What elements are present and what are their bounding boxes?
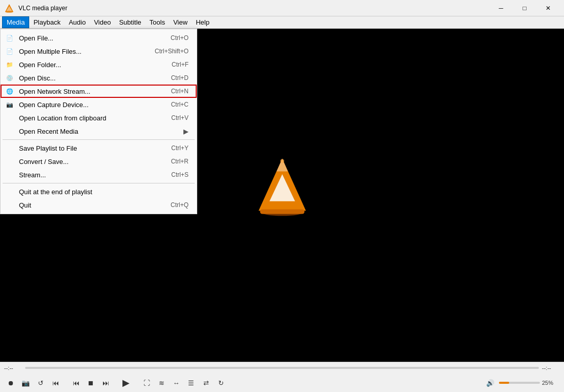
stream-label: Stream... (19, 171, 46, 179)
save-playlist-shortcut: Ctrl+Y (171, 145, 189, 152)
open-multiple-label: Open Multiple Files... (19, 48, 81, 55)
menu-item-open-multiple[interactable]: 📄Open Multiple Files...Ctrl+Shift+O (1, 45, 197, 58)
menubar-item-help[interactable]: Help (192, 16, 214, 28)
fullscreen-button[interactable]: ⛶ (140, 376, 153, 389)
open-folder-shortcut: Ctrl+F (172, 61, 189, 68)
random-button[interactable]: ⇄ (199, 376, 213, 389)
open-disc-label: Open Disc... (19, 74, 56, 82)
seekbar[interactable] (25, 367, 539, 369)
svg-point-7 (280, 159, 284, 162)
open-network-icon: 🌐 (6, 87, 14, 95)
open-file-icon: 📄 (6, 34, 14, 42)
open-file-shortcut: Ctrl+O (171, 34, 189, 42)
stop-button[interactable]: ⏹ (84, 376, 97, 389)
open-folder-label: Open Folder... (19, 61, 61, 69)
quit-playlist-label: Quit at the end of playlist (19, 188, 92, 196)
loop2-button[interactable]: ↻ (214, 376, 227, 389)
open-location-shortcut: Ctrl+V (171, 114, 189, 121)
play-button[interactable]: ▶ (119, 376, 133, 389)
menu-item-open-location[interactable]: Open Location from clipboardCtrl+V (1, 111, 197, 125)
window-controls: ─ □ ✕ (489, 0, 560, 16)
controls-row: ⏺ 📷 ↺ ⏮ ⏮ ⏹ ⏭ ▶ ⛶ ≋ ↔ ☰ ⇄ ↻ 🔊 25% (0, 374, 564, 392)
menubar-item-video[interactable]: Video (90, 16, 115, 28)
next-button[interactable]: ⏭ (99, 376, 112, 389)
record-button[interactable]: ⏺ (4, 376, 17, 389)
open-network-label: Open Network Stream... (19, 88, 90, 95)
menu-item-open-capture[interactable]: 📷Open Capture Device...Ctrl+C (1, 98, 197, 111)
menu-separator (3, 183, 195, 183)
open-capture-shortcut: Ctrl+C (171, 101, 189, 108)
menu-separator (3, 139, 195, 140)
playlist-button[interactable]: ☰ (184, 376, 198, 389)
mute-button[interactable]: 🔊 (484, 376, 497, 389)
quit-label: Quit (19, 201, 31, 209)
close-button[interactable]: ✕ (536, 0, 560, 16)
menu-item-open-recent[interactable]: Open Recent Media▶ (1, 125, 197, 138)
maximize-button[interactable]: □ (513, 0, 536, 16)
prev-frame-button[interactable]: ⏮ (49, 376, 62, 389)
convert-label: Convert / Save... (19, 158, 69, 166)
loop-button[interactable]: ↺ (34, 376, 47, 389)
equalizer-button[interactable]: ≋ (155, 376, 168, 389)
menubar-item-tools[interactable]: Tools (145, 16, 169, 28)
stream-shortcut: Ctrl+S (171, 171, 189, 178)
open-network-shortcut: Ctrl+N (171, 88, 189, 95)
open-disc-icon: 💿 (6, 74, 14, 82)
open-multiple-shortcut: Ctrl+Shift+O (155, 48, 189, 55)
volume-slider[interactable] (499, 382, 540, 384)
bottom-bar: --:-- --:-- ⏺ 📷 ↺ ⏮ ⏮ ⏹ ⏭ ▶ ⛶ ≋ ↔ ☰ ⇄ ↻ … (0, 362, 564, 392)
window-title: VLC media player (18, 5, 489, 12)
svg-point-2 (5, 11, 13, 13)
menu-item-open-file[interactable]: 📄Open File...Ctrl+O (1, 31, 197, 45)
menubar-item-audio[interactable]: Audio (65, 16, 90, 28)
open-capture-icon: 📷 (6, 100, 14, 109)
vlc-logo (254, 156, 310, 218)
save-playlist-label: Save Playlist to File (19, 145, 77, 152)
open-capture-label: Open Capture Device... (19, 101, 89, 109)
menubar-item-view[interactable]: View (169, 16, 192, 28)
menu-item-quit-playlist[interactable]: Quit at the end of playlist (1, 185, 197, 198)
media-dropdown-menu: 📄Open File...Ctrl+O📄Open Multiple Files.… (0, 29, 197, 214)
volume-fill (499, 382, 509, 384)
open-location-label: Open Location from clipboard (19, 114, 107, 122)
seekbar-row: --:-- --:-- (0, 362, 564, 374)
open-multiple-icon: 📄 (6, 47, 14, 55)
time-remaining: --:-- (542, 365, 560, 371)
open-disc-shortcut: Ctrl+D (171, 74, 189, 81)
time-elapsed: --:-- (4, 365, 22, 371)
menubar-item-media[interactable]: Media (2, 16, 29, 28)
convert-shortcut: Ctrl+R (171, 158, 189, 165)
menubar-item-subtitle[interactable]: Subtitle (115, 16, 145, 28)
menu-item-stream[interactable]: Stream...Ctrl+S (1, 168, 197, 181)
menu-item-open-folder[interactable]: 📁Open Folder...Ctrl+F (1, 58, 197, 71)
menubar-item-playback[interactable]: Playback (29, 16, 65, 28)
menu-item-open-disc[interactable]: 💿Open Disc...Ctrl+D (1, 71, 197, 85)
open-recent-label: Open Recent Media (19, 128, 78, 135)
quit-shortcut: Ctrl+Q (171, 201, 189, 209)
menu-item-save-playlist[interactable]: Save Playlist to FileCtrl+Y (1, 141, 197, 155)
svg-rect-8 (260, 209, 304, 214)
open-folder-icon: 📁 (6, 60, 14, 69)
menubar: MediaPlaybackAudioVideoSubtitleToolsView… (0, 16, 564, 29)
snapshot-button[interactable]: 📷 (19, 376, 32, 389)
app-icon (4, 3, 14, 13)
open-recent-arrow: ▶ (183, 128, 189, 135)
menu-item-open-network[interactable]: 🌐Open Network Stream...Ctrl+N (1, 85, 197, 98)
open-file-label: Open File... (19, 34, 53, 42)
extended-button[interactable]: ↔ (170, 376, 183, 389)
volume-label: 25% (542, 380, 560, 386)
minimize-button[interactable]: ─ (489, 0, 513, 16)
menu-item-convert[interactable]: Convert / Save...Ctrl+R (1, 155, 197, 168)
menu-item-quit[interactable]: QuitCtrl+Q (1, 198, 197, 212)
titlebar: VLC media player ─ □ ✕ (0, 0, 564, 16)
prev-button[interactable]: ⏮ (69, 376, 82, 389)
volume-area: 🔊 25% (484, 376, 560, 389)
